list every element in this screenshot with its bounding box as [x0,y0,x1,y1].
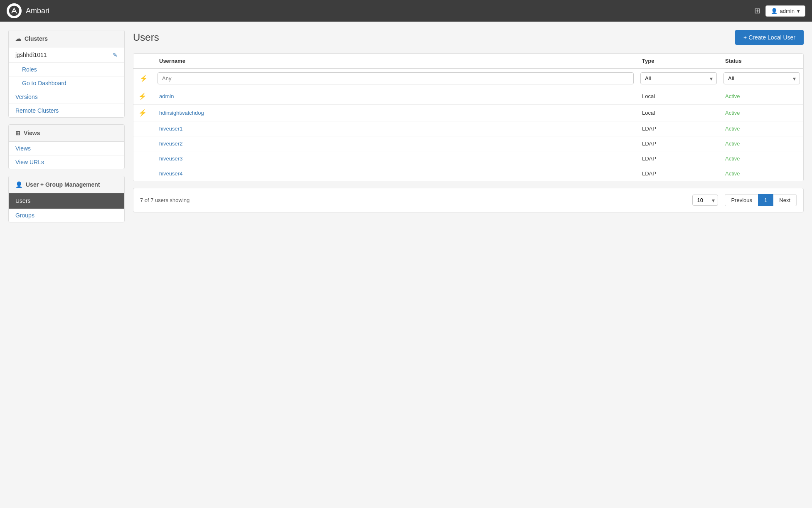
filter-bolt-icon: ⚡ [133,72,154,84]
topnav-right: ⊞ 👤 admin ▾ [754,5,805,17]
main-layout: ☁ Clusters jgshhdi1011 ✎ Roles Go to Das… [0,22,812,508]
views-header: ⊞ Views [9,125,124,142]
cell-status: Active [720,141,803,147]
cell-type: LDAP [637,126,720,132]
sidebar-item-users[interactable]: Users [9,193,124,209]
app-logo [7,3,22,18]
sidebar-item-view-urls[interactable]: View URLs [9,155,124,169]
cell-username: hiveuser1 [154,126,637,132]
page-title: Users [133,32,159,43]
table-row: ⚡ admin Local Active [133,88,803,105]
per-page-select[interactable]: 10 25 50 100 [692,195,718,206]
user-group-header: 👤 User + Group Management [9,176,124,193]
user-link-hdinsightwatchdog[interactable]: hdinsightwatchdog [159,110,204,116]
sidebar: ☁ Clusters jgshhdi1011 ✎ Roles Go to Das… [8,30,125,500]
user-link-admin[interactable]: admin [159,93,174,99]
cell-username: hdinsightwatchdog [154,109,637,117]
row-icon-empty [133,126,154,132]
col-header-status: Status [720,58,803,64]
row-icon-empty [133,170,154,177]
cell-username: hiveuser3 [154,155,637,162]
cell-status: Active [720,155,803,162]
views-label: Views [24,130,40,136]
sidebar-item-views[interactable]: Views [9,142,124,155]
cell-type: Local [637,109,720,117]
user-link-hiveuser2[interactable]: hiveuser2 [159,141,182,147]
main-content: Users + Create Local User Username Type … [133,30,804,500]
row-bolt-icon: ⚡ [133,92,154,100]
topnav-left: Ambari [7,3,49,18]
table-row: hiveuser4 LDAP Active [133,166,803,181]
create-btn-label: + Create Local User [743,34,795,41]
cell-type: LDAP [637,141,720,147]
cell-username: hiveuser2 [154,141,637,147]
row-bolt-icon: ⚡ [133,109,154,117]
pagination-controls: 10 25 50 100 Previous 1 Next [692,194,797,206]
cell-status: Active [720,126,803,132]
pagination-row: 7 of 7 users showing 10 25 50 100 Previo… [133,188,804,212]
row-icon-empty [133,155,154,162]
user-link-hiveuser3[interactable]: hiveuser3 [159,155,182,162]
table-row: ⚡ hdinsightwatchdog Local Active [133,105,803,121]
topnav: Ambari ⊞ 👤 admin ▾ [0,0,812,22]
cell-type: LDAP [637,170,720,177]
user-group-section: 👤 User + Group Management Users Groups [8,176,125,222]
username-filter-input[interactable] [157,72,634,84]
current-page-button[interactable]: 1 [758,194,773,206]
user-icon: 👤 [771,8,778,14]
table-row: hiveuser1 LDAP Active [133,121,803,136]
svg-point-0 [9,5,20,16]
previous-page-button[interactable]: Previous [725,194,758,206]
cell-username: hiveuser4 [154,170,637,177]
sidebar-item-roles[interactable]: Roles [9,63,124,76]
grid-icon[interactable]: ⊞ [754,6,760,15]
cell-status: Active [720,109,803,117]
dropdown-arrow: ▾ [797,8,800,14]
cluster-item: jgshhdi1011 ✎ [9,47,124,63]
admin-label: admin [780,8,795,14]
pagination-summary: 7 of 7 users showing [140,197,189,203]
row-icon-empty [133,141,154,147]
clusters-label: Clusters [25,35,48,42]
cell-type: LDAP [637,155,720,162]
content-header: Users + Create Local User [133,30,804,45]
status-filter-select[interactable]: All Active Inactive [723,72,800,84]
filter-row: ⚡ All Local LDAP All Active Inactive [133,69,803,88]
next-page-button[interactable]: Next [773,194,797,206]
type-filter-select[interactable]: All Local LDAP [640,72,717,84]
pagination-buttons: Previous 1 Next [725,194,797,206]
admin-menu-button[interactable]: 👤 admin ▾ [765,5,805,17]
views-section: ⊞ Views Views View URLs [8,124,125,169]
username-filter-cell [154,72,637,84]
edit-cluster-icon[interactable]: ✎ [113,52,118,58]
sidebar-item-groups[interactable]: Groups [9,209,124,222]
cell-username: admin [154,92,637,100]
sidebar-item-versions[interactable]: Versions [9,90,124,104]
app-name: Ambari [26,7,49,15]
clusters-header: ☁ Clusters [9,30,124,47]
clusters-section: ☁ Clusters jgshhdi1011 ✎ Roles Go to Das… [8,30,125,118]
users-table: Username Type Status ⚡ All Local LDAP [133,53,804,181]
status-filter-cell: All Active Inactive [723,72,800,84]
cell-status: Active [720,170,803,177]
user-link-hiveuser1[interactable]: hiveuser1 [159,126,182,132]
table-row: hiveuser3 LDAP Active [133,151,803,166]
col-header-icon [133,58,154,64]
table-row: hiveuser2 LDAP Active [133,136,803,151]
grid-views-icon: ⊞ [15,130,20,136]
col-header-username: Username [154,58,637,64]
cloud-icon: ☁ [15,35,21,42]
create-local-user-button[interactable]: + Create Local User [735,30,804,45]
per-page-wrapper: 10 25 50 100 [692,195,718,206]
col-header-type: Type [637,58,720,64]
cluster-name: jgshhdi1011 [15,52,47,58]
user-group-icon: 👤 [15,181,22,188]
table-header-row: Username Type Status [133,54,803,69]
type-filter-cell: All Local LDAP [640,72,717,84]
cell-type: Local [637,92,720,100]
cell-status: Active [720,92,803,100]
user-link-hiveuser4[interactable]: hiveuser4 [159,170,182,177]
sidebar-item-dashboard[interactable]: Go to Dashboard [9,76,124,90]
user-group-label: User + Group Management [26,181,100,188]
sidebar-item-remote-clusters[interactable]: Remote Clusters [9,104,124,117]
